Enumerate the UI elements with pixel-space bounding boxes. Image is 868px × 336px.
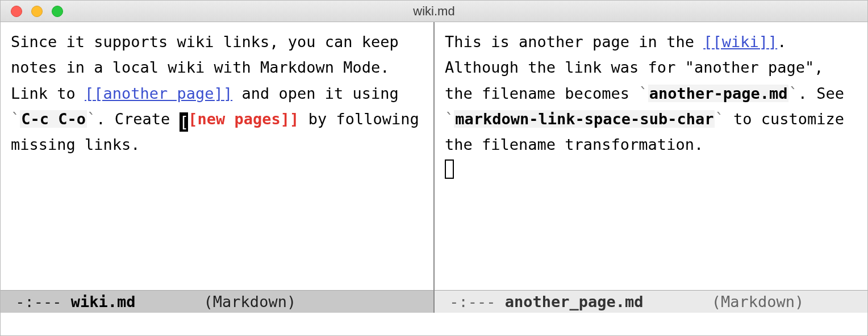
wiki-link-missing[interactable]: [new pages]] [188, 110, 299, 128]
window-controls [1, 6, 63, 17]
backtick: ` [11, 110, 20, 128]
modeline-major-mode: (Markdown) [712, 293, 804, 310]
backtick: ` [788, 85, 798, 102]
close-icon[interactable] [11, 6, 22, 17]
inline-code: C-c C-o [20, 110, 87, 128]
right-buffer[interactable]: This is another page in the [[wiki]]. Al… [435, 22, 867, 290]
modeline-major-mode: (Markdown) [204, 293, 297, 310]
modeline-status: -:--- [440, 293, 505, 310]
zoom-icon[interactable] [52, 6, 63, 17]
wiki-link-another-page[interactable]: [[another page]] [85, 85, 232, 102]
text: . See [798, 85, 844, 102]
modeline-filename: another_page.md [505, 293, 644, 310]
left-pane: Since it supports wiki links, you can ke… [1, 22, 433, 313]
window-title: wiki.md [1, 4, 867, 19]
backtick: ` [639, 85, 648, 102]
text-cursor: [ [180, 112, 189, 132]
inline-code: another-page.md [648, 85, 789, 102]
backtick: ` [715, 110, 724, 128]
modeline-left[interactable]: -:--- wiki.md (Markdown) [1, 290, 433, 313]
modeline-right[interactable]: -:--- another_page.md (Markdown) [435, 290, 867, 313]
wiki-link-wiki[interactable]: [[wiki]] [703, 33, 777, 51]
left-buffer[interactable]: Since it supports wiki links, you can ke… [1, 22, 433, 290]
inline-code: markdown-link-space-sub-char [454, 110, 715, 128]
inactive-cursor-icon [445, 159, 454, 179]
minimize-icon[interactable] [31, 6, 43, 17]
split-panes: Since it supports wiki links, you can ke… [1, 22, 867, 313]
titlebar[interactable]: wiki.md [1, 1, 867, 22]
backtick: ` [445, 110, 454, 128]
text: . Create [96, 110, 179, 128]
modeline-status: -:--- [6, 293, 71, 310]
modeline-filename: wiki.md [71, 293, 136, 310]
text: This is another page in the [445, 33, 703, 51]
right-pane: This is another page in the [[wiki]]. Al… [435, 22, 867, 313]
backtick: ` [87, 110, 96, 128]
text: and open it using [232, 85, 399, 102]
editor-window: wiki.md Since it supports wiki links, yo… [0, 0, 868, 336]
minibuffer[interactable] [1, 313, 867, 335]
